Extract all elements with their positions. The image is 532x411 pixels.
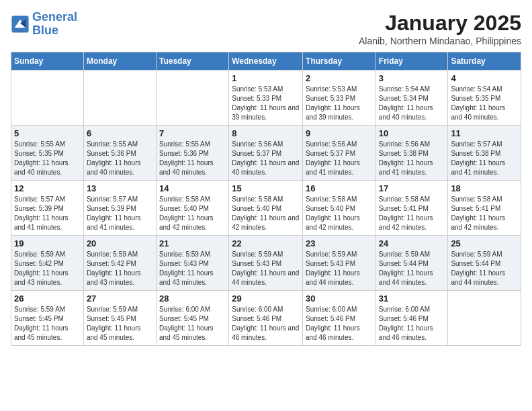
- calendar-cell: 29Sunrise: 6:00 AMSunset: 5:46 PMDayligh…: [229, 291, 303, 346]
- day-info: Sunrise: 5:55 AMSunset: 5:36 PMDaylight:…: [159, 140, 226, 177]
- day-info: Sunrise: 5:54 AMSunset: 5:34 PMDaylight:…: [379, 85, 445, 122]
- day-number: 16: [306, 183, 373, 193]
- day-number: 15: [232, 183, 300, 193]
- logo-text: General Blue: [32, 11, 77, 38]
- day-info: Sunrise: 6:00 AMSunset: 5:46 PMDaylight:…: [306, 305, 373, 342]
- calendar-cell: 2Sunrise: 5:53 AMSunset: 5:33 PMDaylight…: [303, 71, 376, 126]
- calendar-cell: 15Sunrise: 5:58 AMSunset: 5:40 PMDayligh…: [229, 181, 303, 236]
- calendar-cell: 4Sunrise: 5:54 AMSunset: 5:35 PMDaylight…: [448, 71, 521, 126]
- logo-icon: [11, 15, 30, 34]
- weekday-tuesday: Tuesday: [156, 52, 228, 71]
- day-number: 5: [14, 128, 81, 138]
- calendar-cell: 3Sunrise: 5:54 AMSunset: 5:34 PMDaylight…: [375, 71, 448, 126]
- day-number: 9: [306, 128, 373, 138]
- calendar-cell: 26Sunrise: 5:59 AMSunset: 5:45 PMDayligh…: [11, 291, 84, 346]
- day-number: 1: [232, 73, 300, 83]
- logo: General Blue: [11, 11, 77, 38]
- page-header: General Blue January 2025 Alanib, Northe…: [11, 11, 521, 46]
- day-info: Sunrise: 5:58 AMSunset: 5:41 PMDaylight:…: [379, 195, 445, 232]
- day-number: 6: [87, 128, 153, 138]
- calendar-cell: 21Sunrise: 5:59 AMSunset: 5:43 PMDayligh…: [156, 236, 228, 291]
- day-info: Sunrise: 5:59 AMSunset: 5:45 PMDaylight:…: [14, 305, 81, 342]
- day-number: 7: [159, 128, 226, 138]
- calendar-cell: 1Sunrise: 5:53 AMSunset: 5:33 PMDaylight…: [229, 71, 303, 126]
- day-info: Sunrise: 5:57 AMSunset: 5:39 PMDaylight:…: [14, 195, 81, 232]
- calendar-body: 1Sunrise: 5:53 AMSunset: 5:33 PMDaylight…: [11, 71, 521, 346]
- calendar-cell: 24Sunrise: 5:59 AMSunset: 5:44 PMDayligh…: [375, 236, 448, 291]
- day-info: Sunrise: 5:59 AMSunset: 5:42 PMDaylight:…: [87, 250, 153, 287]
- day-number: 27: [87, 293, 153, 304]
- calendar-cell: 25Sunrise: 5:59 AMSunset: 5:44 PMDayligh…: [448, 236, 521, 291]
- calendar-cell: 19Sunrise: 5:59 AMSunset: 5:42 PMDayligh…: [11, 236, 84, 291]
- weekday-sunday: Sunday: [11, 52, 84, 71]
- day-info: Sunrise: 6:00 AMSunset: 5:45 PMDaylight:…: [159, 305, 226, 342]
- weekday-thursday: Thursday: [303, 52, 376, 71]
- calendar-cell: 10Sunrise: 5:56 AMSunset: 5:38 PMDayligh…: [375, 126, 448, 181]
- calendar-cell: 31Sunrise: 6:00 AMSunset: 5:46 PMDayligh…: [375, 291, 448, 346]
- weekday-friday: Friday: [375, 52, 448, 71]
- calendar-cell: 30Sunrise: 6:00 AMSunset: 5:46 PMDayligh…: [303, 291, 376, 346]
- calendar-cell: 20Sunrise: 5:59 AMSunset: 5:42 PMDayligh…: [83, 236, 156, 291]
- week-row-1: 1Sunrise: 5:53 AMSunset: 5:33 PMDaylight…: [11, 71, 521, 126]
- calendar-cell: 8Sunrise: 5:56 AMSunset: 5:37 PMDaylight…: [229, 126, 303, 181]
- day-info: Sunrise: 5:54 AMSunset: 5:35 PMDaylight:…: [451, 85, 518, 122]
- week-row-2: 5Sunrise: 5:55 AMSunset: 5:35 PMDaylight…: [11, 126, 521, 181]
- calendar-cell: 7Sunrise: 5:55 AMSunset: 5:36 PMDaylight…: [156, 126, 228, 181]
- calendar-cell: 11Sunrise: 5:57 AMSunset: 5:38 PMDayligh…: [448, 126, 521, 181]
- day-info: Sunrise: 6:00 AMSunset: 5:46 PMDaylight:…: [379, 305, 445, 342]
- weekday-wednesday: Wednesday: [229, 52, 303, 71]
- day-number: 26: [14, 293, 81, 304]
- day-info: Sunrise: 5:58 AMSunset: 5:40 PMDaylight:…: [232, 195, 300, 232]
- day-number: 3: [379, 73, 445, 83]
- month-title: January 2025: [359, 11, 521, 36]
- calendar-cell: 28Sunrise: 6:00 AMSunset: 5:45 PMDayligh…: [156, 291, 228, 346]
- day-info: Sunrise: 5:56 AMSunset: 5:37 PMDaylight:…: [306, 140, 373, 177]
- day-info: Sunrise: 5:59 AMSunset: 5:44 PMDaylight:…: [451, 250, 518, 287]
- calendar-cell: [156, 71, 228, 126]
- day-number: 10: [379, 128, 445, 138]
- day-info: Sunrise: 5:59 AMSunset: 5:45 PMDaylight:…: [87, 305, 153, 342]
- day-info: Sunrise: 5:53 AMSunset: 5:33 PMDaylight:…: [232, 85, 300, 122]
- day-number: 13: [87, 183, 153, 193]
- day-info: Sunrise: 5:58 AMSunset: 5:40 PMDaylight:…: [306, 195, 373, 232]
- day-info: Sunrise: 5:55 AMSunset: 5:36 PMDaylight:…: [87, 140, 153, 177]
- day-number: 18: [451, 183, 518, 193]
- calendar-cell: 13Sunrise: 5:57 AMSunset: 5:39 PMDayligh…: [83, 181, 156, 236]
- day-info: Sunrise: 5:59 AMSunset: 5:43 PMDaylight:…: [159, 250, 226, 287]
- week-row-5: 26Sunrise: 5:59 AMSunset: 5:45 PMDayligh…: [11, 291, 521, 346]
- day-info: Sunrise: 5:58 AMSunset: 5:41 PMDaylight:…: [451, 195, 518, 232]
- weekday-saturday: Saturday: [448, 52, 521, 71]
- day-number: 2: [306, 73, 373, 83]
- calendar-cell: [83, 71, 156, 126]
- day-number: 28: [159, 293, 226, 304]
- day-number: 14: [159, 183, 226, 193]
- day-info: Sunrise: 5:57 AMSunset: 5:39 PMDaylight:…: [87, 195, 153, 232]
- day-number: 4: [451, 73, 518, 83]
- calendar-cell: [11, 71, 84, 126]
- logo-line2: Blue: [32, 24, 58, 37]
- day-number: 20: [87, 238, 153, 248]
- day-number: 11: [451, 128, 518, 138]
- weekday-monday: Monday: [83, 52, 156, 71]
- calendar-table: SundayMondayTuesdayWednesdayThursdayFrid…: [11, 52, 521, 346]
- day-number: 31: [379, 293, 445, 304]
- day-number: 30: [306, 293, 373, 304]
- day-number: 21: [159, 238, 226, 248]
- day-info: Sunrise: 5:59 AMSunset: 5:43 PMDaylight:…: [232, 250, 300, 287]
- calendar-cell: 14Sunrise: 5:58 AMSunset: 5:40 PMDayligh…: [156, 181, 228, 236]
- day-number: 29: [232, 293, 300, 304]
- day-info: Sunrise: 5:53 AMSunset: 5:33 PMDaylight:…: [306, 85, 373, 122]
- day-info: Sunrise: 5:59 AMSunset: 5:44 PMDaylight:…: [379, 250, 445, 287]
- day-info: Sunrise: 5:58 AMSunset: 5:40 PMDaylight:…: [159, 195, 226, 232]
- day-info: Sunrise: 5:59 AMSunset: 5:43 PMDaylight:…: [306, 250, 373, 287]
- logo-line1: General: [32, 10, 77, 24]
- calendar-cell: [448, 291, 521, 346]
- calendar-cell: 5Sunrise: 5:55 AMSunset: 5:35 PMDaylight…: [11, 126, 84, 181]
- day-info: Sunrise: 5:56 AMSunset: 5:38 PMDaylight:…: [379, 140, 445, 177]
- week-row-3: 12Sunrise: 5:57 AMSunset: 5:39 PMDayligh…: [11, 181, 521, 236]
- day-info: Sunrise: 5:57 AMSunset: 5:38 PMDaylight:…: [451, 140, 518, 177]
- day-number: 22: [232, 238, 300, 248]
- day-info: Sunrise: 5:59 AMSunset: 5:42 PMDaylight:…: [14, 250, 81, 287]
- day-number: 8: [232, 128, 300, 138]
- day-number: 25: [451, 238, 518, 248]
